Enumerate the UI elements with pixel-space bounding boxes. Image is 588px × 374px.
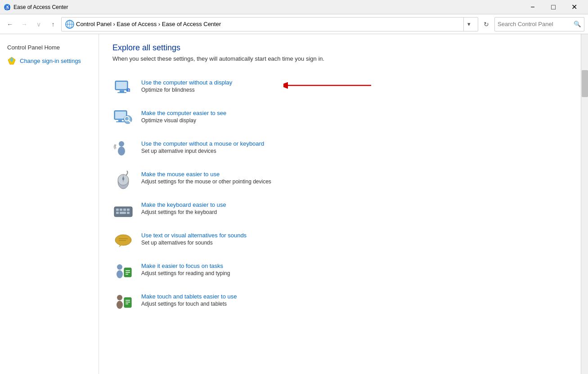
svg-text:♿: ♿ (4, 4, 10, 10)
settings-link-0[interactable]: Use the computer without a display (141, 79, 232, 86)
maximize-button[interactable]: □ (543, 0, 564, 14)
settings-link-4[interactable]: Make the keyboard easier to use (141, 201, 226, 208)
settings-link-1[interactable]: Make the computer easier to see (141, 110, 226, 116)
content-area: Explore all settings When you select the… (99, 34, 581, 374)
svg-rect-30 (116, 209, 119, 211)
search-button[interactable]: 🔍 (573, 20, 581, 29)
settings-text-1: Make the computer easier to see Optimize… (141, 108, 226, 124)
dropdown-button[interactable]: ∨ (32, 18, 45, 31)
settings-text-2: Use the computer without a mouse or keyb… (141, 138, 264, 154)
svg-point-42 (117, 264, 122, 270)
breadcrumb-text: Control Panel › Ease of Access › Ease of… (76, 21, 462, 27)
settings-desc-6: Adjust settings for reading and typing (141, 270, 230, 276)
globe-icon (65, 20, 74, 29)
settings-text-6: Make it easier to focus on tasks Adjust … (141, 261, 230, 276)
main-layout: Control Panel Home Change sign-in settin… (0, 34, 588, 374)
svg-point-43 (117, 270, 123, 278)
settings-icon-0: ♿ (112, 77, 134, 99)
address-bar: ← → ∨ ↑ Control Panel › Ease of Access ›… (0, 14, 588, 34)
back-button[interactable]: ← (4, 18, 16, 31)
search-box[interactable]: 🔍 (494, 17, 584, 31)
settings-item-3: Make the mouse easier to use Adjust sett… (112, 165, 567, 195)
scrollbar[interactable] (581, 34, 588, 374)
search-input[interactable] (498, 21, 573, 27)
settings-item-4: Make the keyboard easier to use Adjust s… (112, 195, 567, 226)
settings-icon-3 (112, 169, 134, 191)
settings-icon-1 (112, 108, 134, 129)
touch-tablet-icon (112, 291, 134, 313)
settings-link-5[interactable]: Use text or visual alternatives for soun… (141, 232, 247, 239)
window-title: Ease of Access Center (13, 4, 522, 10)
settings-item-6: Make it easier to focus on tasks Adjust … (112, 256, 567, 287)
svg-text:♿: ♿ (127, 89, 130, 92)
settings-icon-5 (112, 230, 134, 252)
settings-icon-4 (112, 200, 134, 221)
monitor-display-icon: ♿ (112, 77, 134, 99)
settings-icon-6 (112, 261, 134, 282)
title-bar: ♿ Ease of Access Center − □ ✕ (0, 0, 588, 14)
settings-list: ♿ Use the computer without a display Opt… (112, 73, 567, 317)
settings-link-3[interactable]: Make the mouse easier to use (141, 171, 271, 178)
svg-rect-34 (116, 212, 119, 214)
person-input-icon (112, 138, 134, 160)
settings-text-7: Make touch and tablets easier to use Adj… (141, 291, 237, 307)
settings-item-2: Use the computer without a mouse or keyb… (112, 134, 567, 165)
address-box[interactable]: Control Panel › Ease of Access › Ease of… (61, 17, 478, 31)
content-subtitle: When you select these settings, they wil… (112, 55, 567, 62)
speech-bubble-icon (112, 230, 134, 252)
settings-text-5: Use text or visual alternatives for soun… (141, 230, 247, 246)
svg-rect-32 (123, 209, 126, 211)
svg-point-24 (118, 147, 125, 156)
settings-text-0: Use the computer without a display Optim… (141, 77, 232, 93)
refresh-button[interactable]: ↻ (480, 18, 493, 31)
settings-item-0: ♿ Use the computer without a display Opt… (112, 73, 567, 103)
scrollbar-thumb[interactable] (582, 70, 588, 97)
svg-rect-19 (116, 121, 124, 122)
sidebar: Control Panel Home Change sign-in settin… (0, 34, 99, 374)
gem-icon (7, 56, 16, 65)
svg-rect-50 (124, 298, 131, 307)
svg-rect-36 (120, 212, 126, 214)
keyboard-icon (112, 200, 134, 221)
address-dropdown-button[interactable]: ▾ (463, 17, 474, 31)
settings-item-5: Use text or visual alternatives for soun… (112, 226, 567, 256)
focus-tasks-icon (112, 261, 134, 282)
svg-rect-33 (127, 209, 130, 211)
sidebar-link-signin[interactable]: Change sign-in settings (0, 53, 99, 68)
close-button[interactable]: ✕ (564, 0, 584, 14)
settings-link-6[interactable]: Make it easier to focus on tasks (141, 263, 230, 269)
settings-desc-3: Adjust settings for the mouse or other p… (141, 178, 271, 185)
settings-text-4: Make the keyboard easier to use Adjust s… (141, 200, 226, 215)
magnify-monitor-icon (112, 108, 134, 129)
svg-rect-37 (127, 212, 130, 214)
settings-desc-1: Optimize visual display (141, 117, 226, 124)
svg-rect-28 (122, 177, 124, 180)
settings-link-2[interactable]: Use the computer without a mouse or keyb… (141, 140, 264, 147)
sidebar-item-home: Control Panel Home (0, 41, 99, 53)
settings-icon-2 (112, 138, 134, 160)
settings-icon-7 (112, 291, 134, 313)
settings-item-1: Make the computer easier to see Optimize… (112, 103, 567, 134)
svg-rect-10 (120, 90, 124, 92)
svg-point-49 (117, 301, 123, 309)
settings-desc-4: Adjust settings for the keyboard (141, 209, 226, 215)
up-button[interactable]: ↑ (47, 18, 59, 31)
svg-rect-9 (116, 82, 127, 89)
content-title: Explore all settings (112, 43, 567, 53)
settings-desc-5: Set up alternatives for sounds (141, 240, 247, 246)
settings-text-3: Make the mouse easier to use Adjust sett… (141, 169, 271, 185)
svg-rect-18 (118, 120, 122, 121)
settings-desc-7: Adjust settings for touch and tablets (141, 301, 237, 307)
settings-desc-2: Set up alternative input devices (141, 148, 264, 154)
forward-button[interactable]: → (18, 18, 31, 31)
svg-rect-11 (117, 92, 126, 93)
minimize-button[interactable]: − (522, 0, 543, 14)
svg-rect-31 (120, 209, 122, 211)
settings-link-7[interactable]: Make touch and tablets easier to use (141, 293, 237, 300)
settings-desc-0: Optimize for blindness (141, 87, 232, 93)
svg-point-23 (119, 141, 124, 147)
svg-point-48 (117, 295, 122, 300)
mouse-icon (112, 169, 134, 191)
red-arrow-annotation (283, 76, 373, 94)
app-icon: ♿ (4, 4, 11, 11)
